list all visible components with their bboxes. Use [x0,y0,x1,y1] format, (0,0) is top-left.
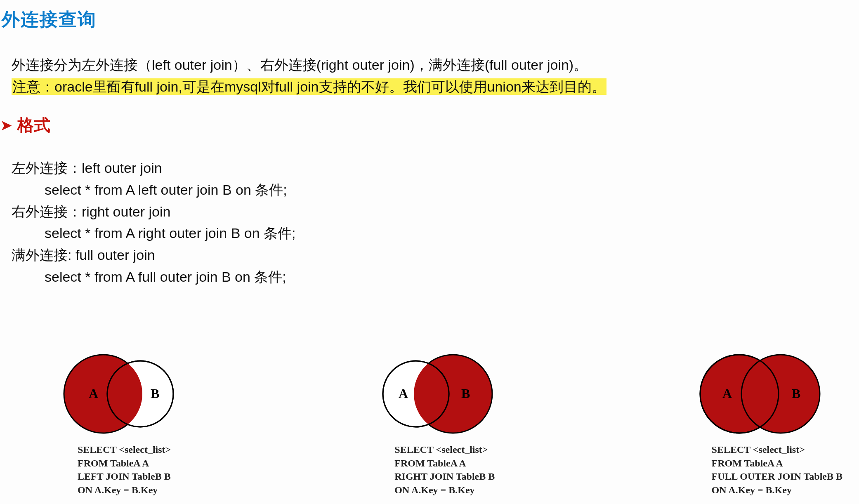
venn-full-join-diagram: A B [692,351,824,437]
venn-label-a: A [89,386,98,401]
intro-block: 外连接分为左外连接（left outer join）、右外连接(right ou… [12,54,851,97]
venn-right-sql: SELECT <select_list> FROM TableA A RIGHT… [394,443,495,497]
venn-label-b: B [151,386,159,401]
right-join-title: 右外连接：right outer join [12,201,851,223]
formats-block: 左外连接：left outer join select * from A lef… [12,157,851,287]
venn-label-a: A [722,386,732,401]
section-title: 格式 [17,114,50,137]
venn-left-join-diagram: A B [58,351,182,437]
intro-line-1: 外连接分为左外连接（left outer join）、右外连接(right ou… [12,54,851,76]
venn-full-join: A B SELECT <select_list> FROM TableA A F… [692,351,842,497]
venn-label-b: B [792,386,800,401]
left-join-title: 左外连接：left outer join [12,157,851,179]
venn-full-sql: SELECT <select_list> FROM TableA A FULL … [712,443,842,497]
intro-highlight: 注意：oracle里面有full join,可是在mysql对full join… [12,78,606,95]
venn-right-join: A B SELECT <select_list> FROM TableA A R… [375,351,498,497]
venn-left-sql: SELECT <select_list> FROM TableA A LEFT … [78,443,171,497]
page-title: 外连接查询 [2,7,851,32]
svg-point-11 [741,355,820,433]
left-join-sql: select * from A left outer join B on 条件; [45,179,287,201]
venn-label-b: B [461,386,470,401]
section-header: ➤ 格式 [0,114,851,137]
full-join-title: 满外连接: full outer join [12,244,851,266]
venn-left-join: A B SELECT <select_list> FROM TableA A L… [58,351,182,497]
right-join-sql: select * from A right outer join B on 条件… [45,222,296,244]
arrow-icon: ➤ [0,118,12,133]
venn-row: A B SELECT <select_list> FROM TableA A L… [58,351,842,497]
venn-right-join-diagram: A B [375,351,498,437]
venn-label-a: A [399,386,408,401]
document-page: 外连接查询 外连接分为左外连接（left outer join）、右外连接(ri… [0,0,859,504]
full-join-sql: select * from A full outer join B on 条件; [45,266,286,288]
